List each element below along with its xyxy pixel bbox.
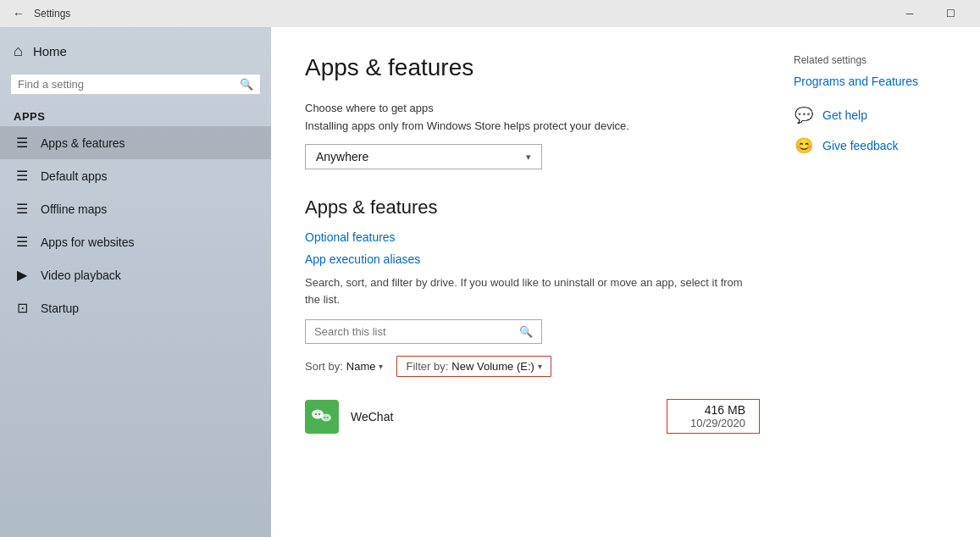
filter-row: Sort by: Name ▾ Filter by: New Volume (E… [305,356,760,377]
svg-point-2 [321,413,331,421]
get-help-label: Get help [822,108,867,122]
sidebar-home-button[interactable]: ⌂ Home [0,34,271,69]
titlebar: ← Settings ─ ☐ [0,0,980,27]
choose-heading: Choose where to get apps [305,102,760,114]
startup-icon: ⊡ [14,300,30,316]
right-panel: Related settings Programs and Features 💬… [794,54,946,442]
sidebar-search-input[interactable] [18,78,235,91]
content-inner: Apps & features Choose where to get apps… [305,54,946,442]
give-feedback-icon: 😊 [794,136,814,156]
sidebar-search-icon: 🔍 [240,78,253,91]
sidebar: ⌂ Home 🔍 Apps ☰ Apps & features ☰ Defaul… [0,27,271,537]
search-list-icon: 🔍 [519,325,533,338]
sidebar-item-apps-features[interactable]: ☰ Apps & features [0,126,271,159]
give-feedback-label: Give feedback [822,139,899,152]
sidebar-item-offline-maps[interactable]: ☰ Offline maps [0,192,271,225]
sort-value: Name [346,360,376,373]
anywhere-dropdown[interactable]: Anywhere ▾ [305,144,542,169]
sidebar-home-label: Home [33,44,67,58]
anywhere-dropdown-value: Anywhere [316,150,368,163]
sidebar-item-apps-websites-label: Apps for websites [41,235,135,249]
sidebar-item-apps-features-label: Apps & features [41,136,125,150]
minimize-button[interactable]: ─ [890,0,929,27]
svg-point-4 [318,412,320,414]
sidebar-item-apps-websites[interactable]: ☰ Apps for websites [0,225,271,258]
search-list-input[interactable] [314,325,514,338]
related-settings-title: Related settings [794,54,946,66]
titlebar-title: Settings [34,8,890,19]
sidebar-item-startup[interactable]: ⊡ Startup [0,291,271,324]
filter-label: Filter by: [406,360,448,373]
choose-subtitle: Installing apps only from Windows Store … [305,119,760,132]
svg-point-3 [315,412,317,414]
sidebar-item-video-playback[interactable]: ▶ Video playback [0,258,271,291]
back-button[interactable]: ← [10,5,27,22]
offline-maps-icon: ☰ [14,201,30,217]
sidebar-item-default-apps-label: Default apps [41,169,108,183]
filter-chevron-icon: ▾ [538,362,542,371]
svg-point-6 [327,417,329,418]
page-title: Apps & features [305,54,760,81]
app-date: 10/29/2020 [690,417,745,429]
home-icon: ⌂ [14,42,23,60]
filter-by-control[interactable]: Filter by: New Volume (E:) ▾ [396,356,551,377]
sidebar-section-label: Apps [0,103,271,126]
apps-features-icon: ☰ [14,135,30,151]
default-apps-icon: ☰ [14,168,30,184]
app-list-item[interactable]: WeChat 416 MB 10/29/2020 [305,390,760,442]
main-layout: ⌂ Home 🔍 Apps ☰ Apps & features ☰ Defaul… [0,27,980,537]
svg-point-5 [324,417,326,418]
apps-features-section-title: Apps & features [305,197,760,219]
apps-websites-icon: ☰ [14,234,30,250]
content-area: Apps & features Choose where to get apps… [271,27,980,537]
wechat-app-icon [305,400,339,434]
filter-value: New Volume (E:) [451,360,534,373]
description-text: Search, sort, and filter by drive. If yo… [305,274,745,307]
sidebar-item-startup-label: Startup [41,302,79,315]
give-feedback-item[interactable]: 😊 Give feedback [794,136,946,156]
app-execution-aliases-link[interactable]: App execution aliases [305,252,760,266]
get-help-item[interactable]: 💬 Get help [794,105,946,125]
search-list-box[interactable]: 🔍 [305,319,542,344]
video-playback-icon: ▶ [14,267,30,283]
sidebar-item-default-apps[interactable]: ☰ Default apps [0,159,271,192]
titlebar-controls: ─ ☐ [890,0,970,27]
optional-features-link[interactable]: Optional features [305,230,760,244]
sort-by-label: Sort by: [305,360,343,373]
app-meta: 416 MB 10/29/2020 [667,399,760,434]
app-name: WeChat [351,410,655,424]
get-help-icon: 💬 [794,105,814,125]
sidebar-item-video-playback-label: Video playback [41,268,121,282]
sidebar-item-offline-maps-label: Offline maps [41,202,107,216]
content-main: Apps & features Choose where to get apps… [305,54,760,442]
sort-by-control[interactable]: Sort by: Name ▾ [305,360,383,373]
maximize-button[interactable]: ☐ [931,0,970,27]
sort-chevron-icon: ▾ [379,362,383,371]
programs-features-link[interactable]: Programs and Features [794,75,946,88]
anywhere-chevron-icon: ▾ [526,152,531,163]
sidebar-search-box[interactable]: 🔍 [10,74,261,95]
app-size: 416 MB [705,403,745,417]
